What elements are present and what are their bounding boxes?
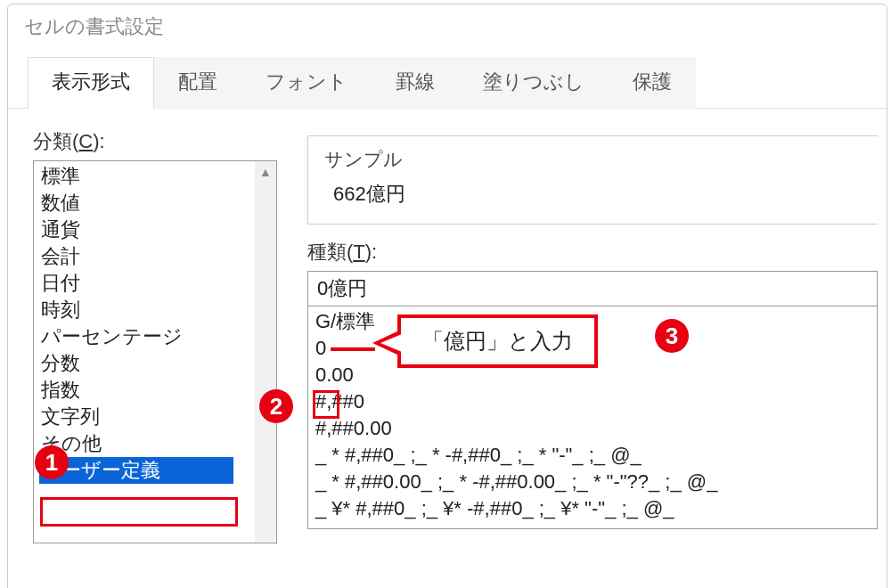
category-item[interactable]: 通貨 [39,216,276,243]
annotation-underline [331,347,375,351]
category-item[interactable]: 日付 [39,270,276,297]
category-item[interactable]: 時刻 [39,297,276,323]
category-item[interactable]: 分数 [39,350,276,377]
tab-fill[interactable]: 塗りつぶし [459,57,609,109]
sample-label: サンプル [324,147,862,172]
tab-font[interactable]: フォント [241,57,372,109]
tab-protection[interactable]: 保護 [609,57,696,109]
format-row[interactable]: #,##0 [315,388,877,415]
annotation-callout: 「億円」と入力 [397,314,598,368]
category-item[interactable]: その他 [39,430,276,457]
category-item[interactable]: 標準 [39,163,276,190]
tab-alignment[interactable]: 配置 [154,57,241,109]
dialog-title: セルの書式設定 [8,4,887,56]
sample-box: サンプル 662億円 [307,135,878,225]
category-item[interactable]: 数値 [39,190,276,216]
category-listbox[interactable]: 標準 数値 通貨 会計 日付 時刻 パーセンテージ 分数 指数 文字列 その他 … [33,160,277,543]
category-label: 分類(C): [33,128,281,155]
category-scrollbar[interactable]: ▲ [255,161,276,543]
scroll-up-icon[interactable]: ▲ [255,161,276,183]
category-item[interactable]: 指数 [39,377,276,404]
format-row[interactable]: _ * #,##0.00_ ;_ * -#,##0.00_ ;_ * "-"??… [315,469,877,495]
type-input[interactable] [307,271,878,306]
type-label: 種類(T): [307,239,878,265]
format-row[interactable]: #,##0.00 [315,415,877,442]
category-item[interactable]: 会計 [39,243,276,270]
tab-border[interactable]: 罫線 [372,57,459,109]
tab-number-format[interactable]: 表示形式 [28,57,154,109]
format-cells-dialog: セルの書式設定 表示形式 配置 フォント 罫線 塗りつぶし 保護 分類(C): … [7,4,887,588]
callout-tail-inner-icon [380,334,402,352]
category-item-selected[interactable]: ユーザー定義 [39,457,233,484]
category-item[interactable]: 文字列 [39,404,276,430]
format-row[interactable]: _ ¥* #,##0_ ;_ ¥* -#,##0_ ;_ ¥* "-"_ ;_ … [315,495,877,522]
tab-bar: 表示形式 配置 フォント 罫線 塗りつぶし 保護 [8,56,887,109]
category-item[interactable]: パーセンテージ [39,323,276,350]
sample-value: 662億円 [324,181,862,208]
format-row[interactable]: _ * #,##0_ ;_ * -#,##0_ ;_ * "-"_ ;_ @_ [315,442,877,469]
